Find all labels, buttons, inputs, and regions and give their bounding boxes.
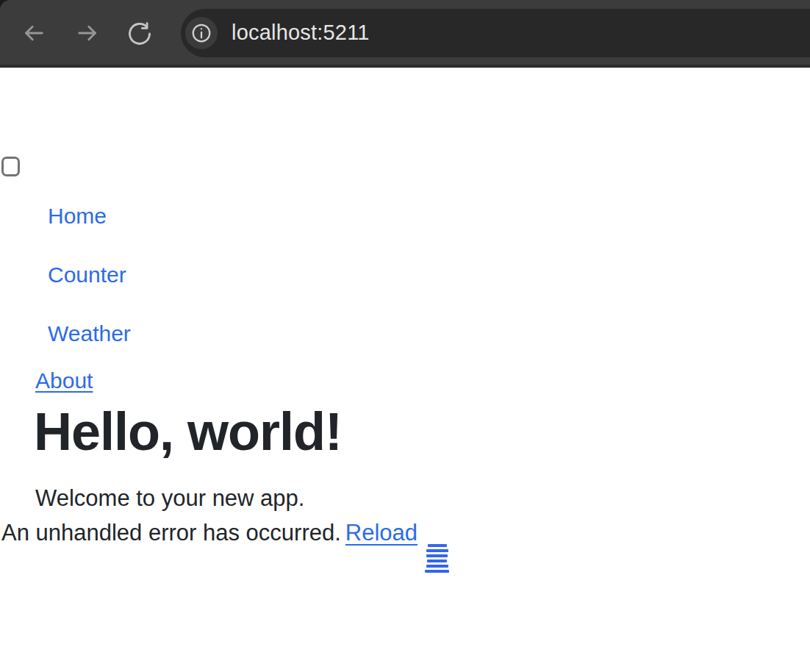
arrow-right-icon [74,20,101,46]
nav-link-weather[interactable]: Weather [48,321,131,346]
nav-link-counter[interactable]: Counter [48,262,126,287]
welcome-text: Welcome to your new app. [35,485,304,512]
browser-toolbar: localhost:5211 [0,0,810,68]
page-title: Hello, world! [34,401,342,462]
url-text: localhost:5211 [232,9,370,56]
arrow-left-icon [21,20,47,46]
error-message: An unhandled error has occurred. [1,520,341,546]
nav-link-home[interactable]: Home [48,204,107,229]
browser-window: localhost:5211 Home Counter Weather Abou… [0,0,810,672]
dismiss-icon[interactable] [425,544,449,573]
url-bar[interactable]: localhost:5211 [181,9,810,57]
info-icon [190,22,212,44]
nav-menu-toggle-checkbox[interactable] [1,157,20,176]
site-info-button[interactable] [185,17,218,49]
forward-button[interactable] [74,20,101,46]
error-banner: An unhandled error has occurred.Reload [1,520,449,573]
about-link[interactable]: About [35,368,93,393]
reload-button[interactable] [126,21,153,47]
reload-link[interactable]: Reload [345,520,417,546]
reload-icon [126,21,153,47]
back-button[interactable] [21,20,47,46]
